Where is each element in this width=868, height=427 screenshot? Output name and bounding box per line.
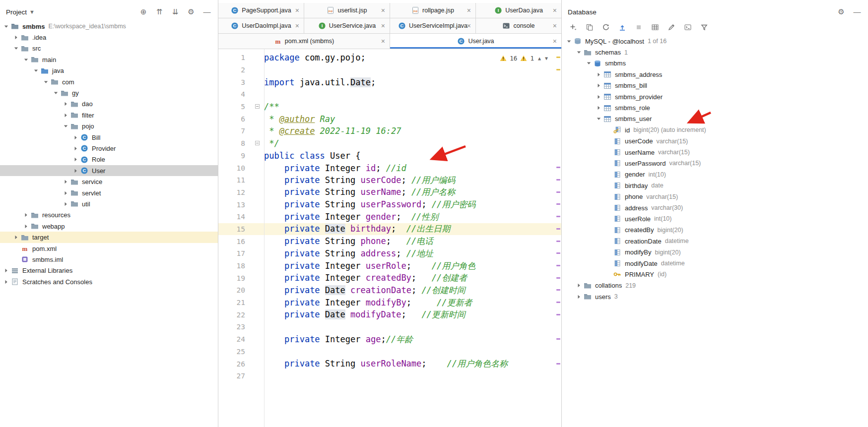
code-line-21[interactable]: 21 private Integer modifyBy; //更新者 (218, 297, 561, 309)
stop-button[interactable] (634, 23, 643, 32)
line-number[interactable]: 8 (218, 139, 245, 147)
chevron-down-icon[interactable] (565, 37, 573, 45)
submit-button[interactable] (618, 23, 627, 32)
project-item-src[interactable]: src (0, 43, 218, 54)
db-item-modifydate[interactable]: modifyDatedatetime (562, 258, 868, 269)
line-number[interactable]: 5 (218, 103, 245, 111)
tab-pagesupport-java[interactable]: CPageSupport.java× (218, 3, 304, 18)
line-number[interactable]: 22 (218, 311, 245, 319)
line-number[interactable]: 19 (218, 274, 245, 282)
code-line-2[interactable]: 2 (218, 64, 561, 76)
chevron-right-icon[interactable] (62, 100, 70, 108)
close-tab-icon[interactable]: × (295, 7, 299, 14)
chevron-right-icon[interactable] (62, 178, 70, 186)
chevron-down-icon[interactable] (32, 67, 40, 75)
line-number[interactable]: 24 (218, 335, 245, 343)
project-item-gy[interactable]: gy (0, 87, 218, 98)
chevron-down-icon[interactable] (62, 122, 70, 130)
refresh-button[interactable] (601, 23, 610, 32)
code-line-9[interactable]: 9public class User { (218, 150, 561, 162)
code-line-20[interactable]: 20 private Date creationDate; //创建时间 (218, 284, 561, 297)
chevron-down-icon[interactable] (595, 115, 603, 123)
db-item-smbms-user[interactable]: smbms_user (562, 114, 868, 124)
project-item-resources[interactable]: resources (0, 210, 218, 221)
collapse-all-icon[interactable]: ⇊ (171, 8, 179, 16)
db-item-usercode[interactable]: userCodevarchar(15) (562, 136, 868, 147)
line-number[interactable]: 25 (218, 348, 245, 356)
code-line-3[interactable]: 3import java.util.Date; (218, 76, 561, 88)
line-number[interactable]: 23 (218, 323, 245, 331)
expand-all-icon[interactable]: ⇈ (155, 8, 163, 16)
db-item-userpassword[interactable]: userPasswordvarchar(15) (562, 158, 868, 169)
chevron-right-icon[interactable] (595, 104, 603, 112)
tab-rollpage-jsp[interactable]: jsprollpage.jsp× (390, 3, 476, 18)
close-tab-icon[interactable]: × (553, 22, 557, 29)
chevron-right-icon[interactable] (595, 70, 603, 78)
line-number[interactable]: 2 (218, 66, 245, 74)
chevron-right-icon[interactable] (595, 93, 603, 101)
data-table-button[interactable] (651, 23, 660, 32)
fold-marker-icon[interactable] (255, 141, 260, 145)
chevron-right-icon[interactable] (62, 111, 70, 119)
duplicate-button[interactable] (585, 23, 594, 32)
project-item-bill[interactable]: CBill (0, 132, 218, 143)
chevron-right-icon[interactable] (71, 167, 80, 175)
chevron-right-icon[interactable] (62, 189, 70, 197)
line-number[interactable]: 6 (218, 115, 245, 123)
chevron-right-icon[interactable] (71, 156, 80, 164)
db-item-birthday[interactable]: birthdaydate (562, 180, 868, 191)
project-item-webapp[interactable]: webapp (0, 221, 218, 232)
code-line-25[interactable]: 25 (218, 346, 561, 358)
tab-console[interactable]: console× (476, 18, 561, 33)
line-number[interactable]: 9 (218, 152, 245, 160)
chevron-down-icon[interactable] (42, 78, 50, 86)
chevron-right-icon[interactable] (12, 34, 20, 42)
project-item-smbms[interactable]: smbmsE:\workspace_idea1\smbms (0, 21, 218, 32)
code-editor[interactable]: 1package com.gy.pojo;23import java.util.… (218, 49, 561, 427)
db-item-smbms-bill[interactable]: smbms_bill (562, 80, 868, 91)
code-line-11[interactable]: 11 private String userCode; //用户编码 (218, 174, 561, 186)
locate-icon[interactable]: ⊕ (139, 8, 147, 16)
db-item-smbms-role[interactable]: smbms_role (562, 102, 868, 113)
tab-userdaoimpl-java[interactable]: CUserDaoImpl.java× (218, 18, 304, 33)
project-item-java[interactable]: java (0, 65, 218, 76)
project-item-pojo[interactable]: pojo (0, 121, 218, 132)
chevron-down-icon[interactable] (585, 60, 593, 67)
line-number[interactable]: 10 (218, 164, 245, 172)
db-item-creationdate[interactable]: creationDatedatetime (562, 236, 868, 246)
line-number[interactable]: 14 (218, 213, 245, 221)
project-item-filter[interactable]: filter (0, 110, 218, 121)
code-line-14[interactable]: 14 private Integer gender; //性别 (218, 211, 561, 223)
project-item-scratches-and-consoles[interactable]: Scratches and Consoles (0, 276, 218, 287)
settings-icon[interactable]: ⚙ (837, 8, 845, 16)
chevron-right-icon[interactable] (62, 200, 70, 208)
project-item-com[interactable]: com (0, 76, 218, 87)
db-item-id[interactable]: idbigint(20) (auto increment) (562, 124, 868, 135)
line-number[interactable]: 12 (218, 188, 245, 196)
chevron-right-icon[interactable] (575, 282, 583, 290)
project-item-servlet[interactable]: servlet (0, 187, 218, 198)
db-item-createdby[interactable]: createdBybigint(20) (562, 225, 868, 236)
code-line-7[interactable]: 7 * @create 2022-11-19 16:27 (218, 125, 561, 137)
db-item-userrole[interactable]: userRoleint(10) (562, 213, 868, 224)
project-view-selector[interactable]: Project ▼ (6, 8, 35, 16)
code-line-6[interactable]: 6 * @author Ray (218, 113, 561, 125)
db-item-smbms-provider[interactable]: smbms_provider (562, 91, 868, 102)
line-number[interactable]: 17 (218, 249, 245, 257)
line-number[interactable]: 15 (218, 225, 245, 233)
db-item-mysql-localhost[interactable]: MySQL - @localhost1 of 16 (562, 36, 868, 47)
project-item-provider[interactable]: CProvider (0, 143, 218, 154)
close-tab-icon[interactable]: × (381, 7, 385, 14)
line-number[interactable]: 4 (218, 90, 245, 98)
code-line-27[interactable]: 27 (218, 370, 561, 382)
line-number[interactable]: 20 (218, 286, 245, 294)
line-number[interactable]: 3 (218, 78, 245, 86)
edit-button[interactable] (667, 23, 676, 32)
line-number[interactable]: 27 (218, 372, 245, 380)
console-button[interactable] (683, 23, 692, 32)
close-tab-icon[interactable]: × (467, 7, 471, 14)
tab-pom-xml-smbms[interactable]: mpom.xml (smbms)× (218, 34, 390, 49)
project-item-util[interactable]: util (0, 198, 218, 209)
project-item-smbms-iml[interactable]: smbms.iml (0, 254, 218, 265)
next-issue-icon[interactable]: ▼ (545, 56, 548, 61)
